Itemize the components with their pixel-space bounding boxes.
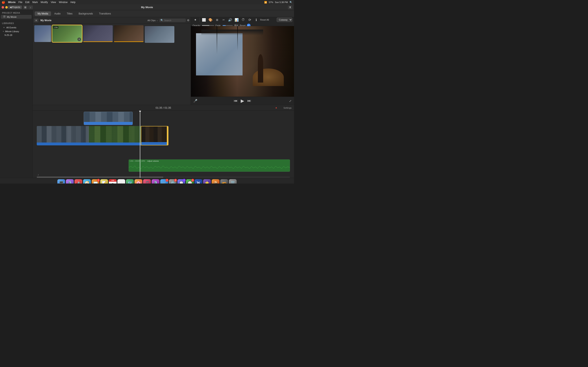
sidebar-all-events-label: All Events xyxy=(6,26,16,29)
noise-reduction-button[interactable]: 📊 xyxy=(234,17,239,22)
settings-icon: ⚙️ xyxy=(171,181,175,184)
radio-icon: 📻 xyxy=(222,181,226,184)
dock-notes[interactable]: 📝 xyxy=(100,179,108,184)
sidebar-toggle-button[interactable]: ≡ xyxy=(34,18,38,22)
sidebar-imovie-library-label: iMovie Library xyxy=(5,30,19,33)
dock-podcasts[interactable]: 🎙️ xyxy=(152,179,159,184)
sidebar-item-all-events[interactable]: ＋ All Events xyxy=(1,25,32,30)
apple-menu[interactable]: 🍎 xyxy=(2,1,5,4)
close-button[interactable] xyxy=(2,6,4,8)
view-toggle-button[interactable]: ⊞ xyxy=(23,6,27,9)
menu-modify[interactable]: Modify xyxy=(41,1,48,4)
skip-back-button[interactable]: ⏮ xyxy=(234,99,237,103)
play-button[interactable]: ▶ xyxy=(241,98,244,104)
fullscreen-button[interactable]: ⤢ xyxy=(289,99,292,103)
microphone-button[interactable]: 🎤 xyxy=(193,99,198,103)
dock-appstore[interactable]: 🛒 7 xyxy=(160,179,168,184)
media-thumb-2[interactable]: 1.0m + xyxy=(52,25,82,42)
cutaway-clip[interactable] xyxy=(84,112,133,125)
menu-view[interactable]: View xyxy=(51,1,56,4)
sidebar-item-imovie-library[interactable]: ▾ iMovie Library xyxy=(1,30,32,33)
crop-button[interactable]: ⬜ xyxy=(201,17,207,22)
dock-maps[interactable]: 🗺️ xyxy=(126,179,134,184)
dock-safari[interactable]: 🧭 xyxy=(83,179,91,184)
dock-reminders[interactable]: ✓ xyxy=(117,179,125,184)
menu-search-icon[interactable]: 🔍 xyxy=(290,1,292,4)
tab-audio[interactable]: Audio xyxy=(52,11,63,16)
magic-wand-button[interactable]: ✦ xyxy=(192,17,198,22)
search-input[interactable] xyxy=(164,19,185,22)
preview-video xyxy=(191,26,294,97)
menu-edit[interactable]: Edit xyxy=(25,1,30,4)
menu-help[interactable]: Help xyxy=(70,1,76,4)
video-effect-button[interactable]: ⊞ xyxy=(214,17,220,22)
speed-button[interactable]: ⏱ xyxy=(241,17,246,22)
launchpad-icon: 🚀 xyxy=(76,181,81,184)
dock-system-settings[interactable]: ⚙️ 8 xyxy=(169,179,177,184)
media-thumb-5[interactable] xyxy=(145,26,174,43)
audio-track[interactable]: 1.0m – 101027_0251 Adjust volume xyxy=(129,159,290,172)
tab-titles[interactable]: Titles xyxy=(64,11,75,16)
dock-radio[interactable]: 📻 xyxy=(220,179,228,184)
media-thumb-4[interactable] xyxy=(114,25,144,42)
sidebar-item-my-movie[interactable]: 🎬 My Movie xyxy=(1,15,32,19)
clip-trim-button[interactable]: ✂ xyxy=(221,17,226,22)
audio-button[interactable]: 🔊 xyxy=(227,17,233,22)
skip-forward-button[interactable]: ⏭ xyxy=(247,99,251,103)
dock-mail[interactable]: ✉️ 1 xyxy=(92,179,99,184)
opacity-slider[interactable] xyxy=(202,25,214,26)
timeline-area: 01:35 / 01:35 🔺 Settings xyxy=(33,105,294,178)
messages-icon: 💬 xyxy=(188,181,192,184)
playhead[interactable] xyxy=(140,111,140,178)
dock-screen-sharing[interactable]: 💬 ! xyxy=(177,179,185,184)
main-segment-3[interactable]: 9.9s xyxy=(141,126,168,145)
share-button[interactable]: ⬆ xyxy=(288,6,292,9)
main-segment-2[interactable] xyxy=(89,126,141,145)
dock-photos[interactable]: 🌸 xyxy=(135,179,142,184)
project-media-section: Project Media xyxy=(0,10,33,15)
dock-music[interactable]: 🎵 xyxy=(143,179,151,184)
timeline-tracks: 9.9s 1.0m – 101027_0251 Adjust volume xyxy=(33,111,294,178)
timeline-settings-button[interactable]: Settings xyxy=(283,107,292,109)
plus-icon: ＋ xyxy=(3,26,5,29)
menu-imovie[interactable]: iMovie xyxy=(8,1,16,4)
tab-transitions[interactable]: Transitions xyxy=(96,11,114,16)
reset-all-button[interactable]: Reset All xyxy=(260,18,269,21)
media-thumb-3[interactable] xyxy=(83,25,113,42)
minimize-button[interactable] xyxy=(5,6,8,8)
dock-trash[interactable]: 🗑️ xyxy=(229,179,237,184)
media-thumb-1[interactable] xyxy=(34,25,51,42)
fade-slider[interactable] xyxy=(223,25,233,26)
dock-messages[interactable]: 💬 3 xyxy=(186,179,194,184)
search-box[interactable]: 🔍 xyxy=(159,18,186,22)
menu-file[interactable]: File xyxy=(18,1,22,4)
dock-launchpad[interactable]: 🚀 xyxy=(75,179,82,184)
thumb-add-button-2[interactable]: + xyxy=(77,38,81,41)
playhead-top xyxy=(139,111,141,112)
dock-unarchiver[interactable]: 📦 xyxy=(212,179,219,184)
dock-siri[interactable]: 🎙️ xyxy=(66,179,74,184)
thumb-duration-2: 1.0m xyxy=(53,26,58,29)
menu-mark[interactable]: Mark xyxy=(32,1,38,4)
sidebar-item-date[interactable]: 9-25-18 xyxy=(1,33,32,37)
dock-finder[interactable]: 🖥️ xyxy=(57,179,65,184)
cutaway-dropdown[interactable]: Cutaway xyxy=(277,17,292,22)
menu-window[interactable]: Window xyxy=(59,1,68,4)
info-button[interactable]: ℹ xyxy=(254,17,259,22)
projects-button[interactable]: ◀ Projects xyxy=(8,6,22,9)
chevron-clips-icon: ⌄ xyxy=(156,19,158,21)
settings-gear-icon[interactable]: ⚙ xyxy=(187,19,190,22)
sidebar-my-movie-label: My Movie xyxy=(7,16,17,18)
safari-icon: 🧭 xyxy=(85,181,89,184)
import-button[interactable]: ↓ xyxy=(28,6,33,9)
stabilize-button[interactable]: ⟳ xyxy=(247,17,252,22)
color-button[interactable]: 🎨 xyxy=(208,17,213,22)
window-title: My Movie xyxy=(141,6,153,9)
tab-my-media[interactable]: My Media xyxy=(35,11,51,16)
dock-word[interactable]: W xyxy=(195,179,202,184)
dock-calendar[interactable]: JUN 7 xyxy=(109,179,117,184)
imovie-star-icon: ⭐ xyxy=(205,181,209,184)
dock-imovie-star[interactable]: ⭐ xyxy=(203,179,211,184)
tab-backgrounds[interactable]: Backgrounds xyxy=(76,11,96,16)
main-segment-1[interactable] xyxy=(37,126,89,145)
